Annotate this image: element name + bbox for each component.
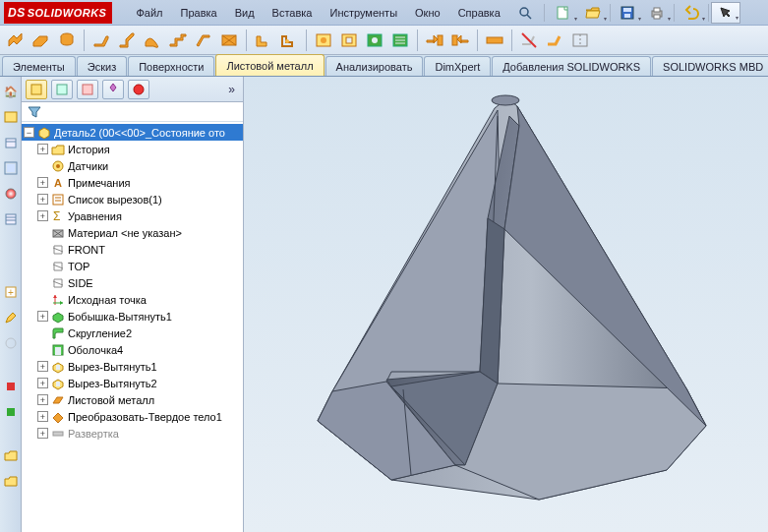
tree-filter[interactable]: [22, 102, 243, 122]
save-button[interactable]: ▾: [613, 2, 642, 24]
expand-icon[interactable]: +: [37, 361, 48, 372]
tree-front[interactable]: FRONT: [22, 241, 243, 258]
expand-icon[interactable]: +: [37, 428, 48, 439]
hem-button[interactable]: [141, 29, 164, 52]
forming-tool-button[interactable]: [312, 29, 335, 52]
select-button[interactable]: ▾: [711, 2, 740, 24]
tab-dimxpert[interactable]: DimXpert: [424, 56, 491, 76]
menu-window[interactable]: Окно: [407, 3, 448, 23]
lofted-bend-button[interactable]: [55, 29, 79, 52]
tab-sketch[interactable]: Эскиз: [77, 56, 127, 76]
undo-button[interactable]: ▾: [677, 2, 706, 24]
tree-root[interactable]: − Деталь2 (00<<00>_Состояние ото: [22, 124, 243, 141]
tree-tab-config-icon[interactable]: [77, 80, 98, 99]
tree-convert[interactable]: + Преобразовать-Твердое тело1: [22, 408, 243, 425]
taskpane-red-icon[interactable]: [2, 378, 20, 395]
jog-button[interactable]: [166, 29, 190, 52]
tree-top[interactable]: TOP: [22, 258, 243, 274]
tab-sheetmetal[interactable]: Листовой металл: [215, 54, 324, 76]
vent-button[interactable]: [388, 29, 412, 52]
tree-annotations[interactable]: + A Примечания: [22, 174, 243, 191]
tree-flatten[interactable]: + Развертка: [22, 425, 243, 442]
svg-rect-43: [31, 85, 41, 94]
unfold-button[interactable]: [423, 29, 446, 52]
feature-tree[interactable]: − Деталь2 (00<<00>_Состояние ото + Истор…: [22, 122, 243, 532]
tab-addins[interactable]: Добавления SOLIDWORKS: [492, 56, 651, 76]
sketched-bend-button[interactable]: [192, 29, 215, 52]
expand-icon[interactable]: +: [37, 411, 48, 422]
tree-side[interactable]: SIDE: [22, 274, 243, 291]
tree-tab-feature-icon[interactable]: [26, 80, 47, 99]
tab-surfaces[interactable]: Поверхности: [128, 56, 214, 76]
svg-rect-62: [56, 382, 60, 386]
taskpane-appearances-icon[interactable]: [2, 185, 20, 203]
expand-icon[interactable]: +: [37, 394, 48, 405]
menu-search-icon[interactable]: [510, 2, 540, 24]
tree-item-label: Вырез-Вытянуть1: [68, 361, 157, 373]
welded-corner-button[interactable]: [277, 29, 301, 52]
expand-icon[interactable]: +: [37, 378, 48, 388]
no-bends-button[interactable]: [517, 29, 541, 52]
miter-flange-button[interactable]: [115, 29, 139, 52]
menu-edit[interactable]: Правка: [173, 3, 225, 23]
taskpane-folder1-icon[interactable]: [2, 446, 20, 464]
tree-cut-extrude-2[interactable]: + Вырез-Вытянуть2: [22, 375, 243, 391]
fillet-icon: [50, 325, 66, 341]
toolbar-separator-6: [511, 30, 512, 51]
menu-tools[interactable]: Инструменты: [322, 3, 405, 23]
base-flange-button[interactable]: [4, 29, 28, 52]
fold-button[interactable]: [448, 29, 472, 52]
tree-cut-extrude-1[interactable]: + Вырез-Вытянуть1: [22, 358, 243, 375]
expand-icon[interactable]: +: [37, 210, 48, 221]
simple-hole-button[interactable]: [363, 29, 386, 52]
tree-tab-dimxpert-icon[interactable]: [102, 80, 124, 99]
print-button[interactable]: ▾: [642, 2, 672, 24]
new-button[interactable]: ▾: [549, 2, 578, 24]
tree-tab-property-icon[interactable]: [51, 80, 73, 99]
menu-file[interactable]: Файл: [128, 3, 170, 23]
tree-material[interactable]: Материал <не указан>: [22, 224, 243, 241]
extruded-cut-button[interactable]: [337, 29, 361, 52]
tree-tab-overflow[interactable]: »: [224, 83, 239, 96]
taskpane-view-icon[interactable]: [2, 159, 20, 177]
menu-insert[interactable]: Вставка: [265, 3, 321, 23]
menu-help[interactable]: Справка: [450, 3, 508, 23]
expand-icon[interactable]: +: [37, 144, 48, 154]
collapse-icon[interactable]: −: [24, 127, 34, 138]
taskpane-explorer-icon[interactable]: [2, 134, 20, 151]
tree-cutlist[interactable]: + Список вырезов(1): [22, 191, 243, 207]
menu-view[interactable]: Вид: [227, 3, 263, 23]
tab-mbd[interactable]: SOLIDWORKS MBD: [652, 56, 768, 76]
flatten-button[interactable]: [483, 29, 506, 52]
closed-corner-button[interactable]: [252, 29, 275, 52]
tree-history[interactable]: + История: [22, 141, 243, 157]
edge-flange-button[interactable]: [89, 29, 113, 52]
tree-origin[interactable]: Исходная точка: [22, 291, 243, 308]
tab-elements[interactable]: Элементы: [2, 56, 76, 76]
tab-analyze[interactable]: Анализировать: [325, 56, 424, 76]
taskpane-add-icon[interactable]: +: [2, 283, 20, 301]
tree-tab-display-icon[interactable]: [128, 80, 149, 99]
qa-separator-3: [708, 4, 709, 22]
insert-bends-button[interactable]: [543, 29, 566, 52]
3d-viewport[interactable]: [244, 77, 768, 532]
convert-button[interactable]: [30, 29, 53, 52]
rip-button[interactable]: [568, 29, 592, 52]
taskpane-green-icon[interactable]: [2, 403, 20, 421]
tree-equations[interactable]: + Σ Уравнения: [22, 207, 243, 224]
tree-fillet[interactable]: Скругление2: [22, 325, 243, 341]
expand-icon[interactable]: +: [37, 311, 48, 322]
taskpane-pencil-icon[interactable]: [2, 309, 20, 326]
tree-sheetmetal[interactable]: + Листовой металл: [22, 391, 243, 408]
tree-boss-extrude[interactable]: + Бобышка-Вытянуть1: [22, 308, 243, 325]
tree-sensors[interactable]: Датчики: [22, 157, 243, 174]
taskpane-folder2-icon[interactable]: [2, 472, 20, 490]
open-button[interactable]: ▾: [578, 2, 608, 24]
expand-icon[interactable]: +: [37, 177, 48, 188]
cross-break-button[interactable]: [217, 29, 241, 52]
tree-shell[interactable]: Оболочка4: [22, 341, 243, 358]
taskpane-properties-icon[interactable]: [2, 210, 20, 228]
expand-icon[interactable]: +: [37, 194, 48, 205]
taskpane-library-icon[interactable]: [2, 108, 20, 126]
taskpane-resources-icon[interactable]: 🏠: [2, 83, 20, 100]
